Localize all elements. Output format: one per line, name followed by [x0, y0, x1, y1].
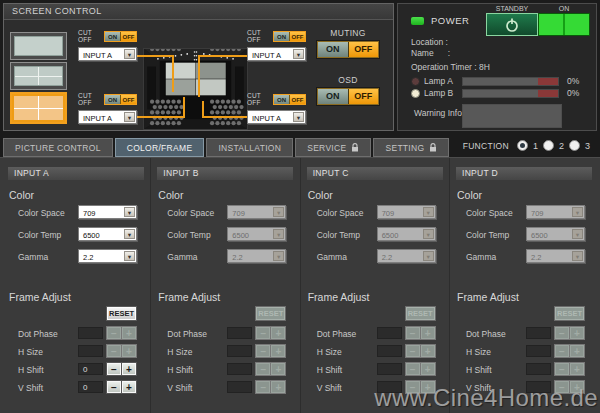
color-section-title: Color — [9, 189, 34, 201]
input-source-select[interactable]: INPUT A ▼ — [247, 47, 306, 61]
decrement-button[interactable]: − — [406, 363, 420, 375]
gamma-select[interactable]: 2.2 ▼ — [227, 249, 286, 263]
color-space-select[interactable]: 709 ▼ — [78, 205, 137, 219]
cutoff-off-button[interactable]: OFF — [289, 32, 305, 41]
input-source-select[interactable]: INPUT A ▼ — [78, 110, 137, 124]
decrement-button[interactable]: − — [107, 363, 121, 375]
decrement-button[interactable]: − — [256, 381, 270, 393]
reset-button[interactable]: RESET — [107, 307, 136, 320]
decrement-button[interactable]: − — [256, 363, 270, 375]
dropdown-arrow-icon: ▼ — [124, 229, 135, 239]
tab-setting[interactable]: SETTING — [373, 138, 449, 157]
cutoff-on-button[interactable]: ON — [274, 95, 289, 104]
cutoff-off-button[interactable]: OFF — [289, 95, 305, 104]
decrement-button[interactable]: − — [107, 381, 121, 393]
color-section-title: Color — [308, 189, 333, 201]
color-temp-select[interactable]: 6500 ▼ — [78, 227, 137, 241]
input-source-select[interactable]: INPUT A ▼ — [78, 47, 137, 61]
input-panel-0: INPUT A Color Color Space 709 ▼ Color Te… — [8, 167, 144, 413]
tab-picture-control[interactable]: PICTURE CONTROL — [3, 138, 113, 157]
tab-installation[interactable]: INSTALLATION — [206, 138, 293, 157]
tab-bar: PICTURE CONTROL COLOR/FRAME INSTALLATION… — [3, 138, 449, 157]
decrement-button[interactable]: − — [256, 327, 270, 339]
reset-button[interactable]: RESET — [555, 307, 584, 320]
cutoff-on-button[interactable]: ON — [105, 32, 120, 41]
color-space-select[interactable]: 709 ▼ — [377, 205, 436, 219]
frame-section-title: Frame Adjust — [9, 291, 71, 303]
reset-button[interactable]: RESET — [256, 307, 285, 320]
dropdown-arrow-icon: ▼ — [293, 49, 304, 59]
increment-button[interactable]: + — [570, 363, 584, 375]
connector-line — [172, 55, 174, 92]
increment-button[interactable]: + — [122, 345, 136, 357]
increment-button[interactable]: + — [122, 327, 136, 339]
decrement-button[interactable]: − — [555, 327, 569, 339]
increment-button[interactable]: + — [421, 363, 435, 375]
increment-button[interactable]: + — [570, 345, 584, 357]
increment-button[interactable]: + — [271, 345, 285, 357]
gamma-select[interactable]: 2.2 ▼ — [78, 249, 137, 263]
function-radio-3[interactable] — [569, 140, 580, 151]
increment-button[interactable]: + — [271, 381, 285, 393]
color-space-select[interactable]: 709 ▼ — [227, 205, 286, 219]
decrement-button[interactable]: − — [256, 345, 270, 357]
increment-button[interactable]: + — [122, 363, 136, 375]
color-space-row: Color Space 709 ▼ — [456, 205, 592, 219]
color-temp-label: Color Temp — [317, 230, 360, 240]
h-size-row: H Size − + — [456, 345, 592, 357]
cutoff-on-button[interactable]: ON — [274, 32, 289, 41]
increment-button[interactable]: + — [122, 381, 136, 393]
gamma-select[interactable]: 2.2 ▼ — [377, 249, 436, 263]
h-shift-label: H Shift — [167, 365, 193, 375]
frame-section-title: Frame Adjust — [158, 291, 220, 303]
tab-service[interactable]: SERVICE — [295, 138, 371, 157]
cutoff-toggle: ON OFF — [104, 94, 137, 105]
increment-button[interactable]: + — [271, 363, 285, 375]
input-panel-2: INPUT C Color Color Space 709 ▼ Color Te… — [307, 167, 443, 413]
increment-button[interactable]: + — [271, 327, 285, 339]
gamma-row: Gamma 2.2 ▼ — [307, 249, 443, 263]
name-label: Name : — [411, 48, 450, 58]
cutoff-off-button[interactable]: OFF — [120, 95, 136, 104]
function-radio-1[interactable] — [517, 140, 528, 151]
decrement-button[interactable]: − — [406, 327, 420, 339]
standby-button[interactable] — [486, 13, 538, 36]
color-temp-select[interactable]: 6500 ▼ — [227, 227, 286, 241]
increment-button[interactable]: + — [421, 345, 435, 357]
color-temp-select[interactable]: 6500 ▼ — [377, 227, 436, 241]
osd-off-button[interactable]: OFF — [348, 89, 379, 104]
input-panel-3: INPUT D Color Color Space 709 ▼ Color Te… — [456, 167, 592, 413]
function-radio-2[interactable] — [543, 140, 554, 151]
muting-on-button[interactable]: ON — [318, 42, 348, 57]
decrement-button[interactable]: − — [555, 345, 569, 357]
cutoff-label: CUT OFF — [247, 92, 273, 106]
cutoff-toggle: ON OFF — [273, 94, 306, 105]
color-space-select[interactable]: 709 ▼ — [526, 205, 585, 219]
color-temp-row: Color Temp 6500 ▼ — [307, 227, 443, 241]
increment-button[interactable]: + — [570, 327, 584, 339]
tab-color-frame[interactable]: COLOR/FRAME — [115, 138, 205, 157]
decrement-button[interactable]: − — [107, 345, 121, 357]
dot-phase-value — [78, 327, 103, 339]
cutoff-off-button[interactable]: OFF — [120, 32, 136, 41]
watermark: www.Cine4Home.de — [374, 384, 598, 412]
gamma-select[interactable]: 2.2 ▼ — [526, 249, 585, 263]
connector-line — [202, 116, 247, 118]
dot-phase-row: Dot Phase − + — [157, 327, 293, 339]
v-shift-label: V Shift — [18, 383, 43, 393]
increment-button[interactable]: + — [421, 327, 435, 339]
muting-off-button[interactable]: OFF — [348, 42, 379, 57]
lamp-a-indicator — [411, 77, 420, 86]
decrement-button[interactable]: − — [555, 363, 569, 375]
color-temp-select[interactable]: 6500 ▼ — [526, 227, 585, 241]
cutoff-on-button[interactable]: ON — [105, 95, 120, 104]
power-icon — [504, 17, 520, 33]
decrement-button[interactable]: − — [406, 345, 420, 357]
reset-button[interactable]: RESET — [406, 307, 435, 320]
dot-phase-row: Dot Phase − + — [456, 327, 592, 339]
input-source-select[interactable]: INPUT A ▼ — [247, 110, 306, 124]
power-on-indicator[interactable] — [538, 13, 590, 36]
decrement-button[interactable]: − — [107, 327, 121, 339]
input-select-group-0: CUT OFF ON OFF INPUT A ▼ — [78, 30, 137, 61]
osd-on-button[interactable]: ON — [318, 89, 348, 104]
